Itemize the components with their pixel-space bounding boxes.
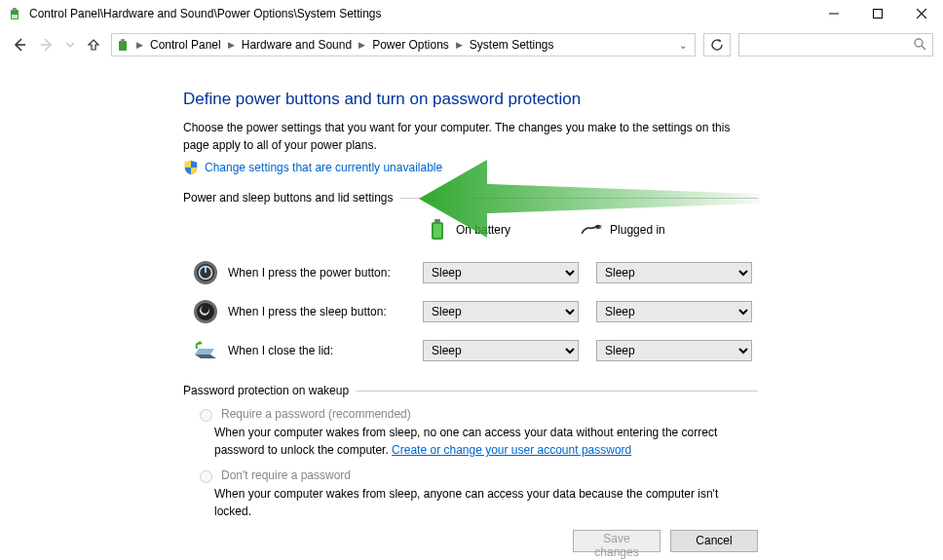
address-dropdown-icon[interactable]: ⌄ — [675, 40, 691, 51]
nav-bar: ▶ Control Panel ▶ Hardware and Sound ▶ P… — [0, 27, 943, 62]
refresh-button[interactable] — [703, 33, 731, 56]
search-icon — [913, 37, 926, 54]
column-headers: On battery Plugged in — [427, 214, 758, 245]
sleep-button-icon — [191, 297, 220, 326]
up-button[interactable] — [84, 35, 103, 55]
svg-rect-13 — [434, 219, 440, 222]
setting-row-sleep-button: When I press the sleep button: Sleep Sle… — [183, 292, 758, 331]
chevron-right-icon[interactable]: ▶ — [358, 40, 366, 50]
close-button[interactable] — [899, 0, 943, 27]
sleep-button-plugged-select[interactable]: Sleep — [596, 301, 752, 322]
close-lid-battery-select[interactable]: Sleep — [423, 340, 579, 361]
save-changes-button: Save changes — [573, 530, 660, 552]
chevron-right-icon[interactable]: ▶ — [455, 40, 464, 50]
setting-row-close-lid: When I close the lid: Sleep Sleep — [183, 331, 758, 370]
close-lid-plugged-select[interactable]: Sleep — [596, 340, 752, 361]
svg-point-24 — [197, 303, 214, 320]
chevron-right-icon[interactable]: ▶ — [135, 40, 144, 50]
radio-require-description: When your computer wakes from sleep, no … — [214, 424, 758, 459]
breadcrumb-item[interactable]: Hardware and Sound — [238, 38, 356, 52]
sleep-button-battery-select[interactable]: Sleep — [423, 301, 579, 322]
footer: Save changes Cancel — [0, 521, 943, 560]
svg-marker-26 — [195, 349, 214, 355]
back-button[interactable] — [10, 35, 29, 55]
content-area: Define power buttons and turn on passwor… — [0, 62, 943, 521]
change-settings-link[interactable]: Change settings that are currently unava… — [205, 161, 442, 174]
battery-icon — [427, 219, 448, 241]
laptop-lid-icon — [191, 336, 220, 365]
svg-rect-2 — [12, 15, 18, 19]
setting-row-power-button: When I press the power button: Sleep Sle… — [183, 253, 758, 292]
create-password-link[interactable]: Create or change your user account passw… — [392, 443, 631, 457]
breadcrumb-item[interactable]: Control Panel — [146, 38, 225, 52]
svg-rect-1 — [13, 8, 17, 11]
title-bar: Control Panel\Hardware and Sound\Power O… — [0, 0, 943, 27]
search-input[interactable] — [738, 33, 933, 56]
power-plan-icon — [8, 6, 23, 21]
chevron-right-icon[interactable]: ▶ — [227, 40, 236, 50]
power-button-plugged-select[interactable]: Sleep — [596, 262, 752, 283]
power-button-battery-select[interactable]: Sleep — [423, 262, 579, 283]
power-button-icon — [191, 258, 220, 287]
power-plan-icon — [116, 37, 132, 53]
group-power-sleep-header: Power and sleep buttons and lid settings — [183, 191, 758, 205]
svg-point-11 — [915, 39, 923, 47]
page-description: Choose the power settings that you want … — [183, 119, 758, 154]
change-settings-row: Change settings that are currently unava… — [183, 160, 758, 175]
maximize-button[interactable] — [855, 0, 899, 27]
radio-dont-description: When your computer wakes from sleep, any… — [214, 485, 758, 520]
breadcrumb-item[interactable]: Power Options — [368, 38, 453, 52]
forward-button[interactable] — [37, 35, 57, 55]
plugged-in-column: Plugged in — [581, 219, 665, 241]
radio-require-password: Require a password (recommended) — [195, 407, 758, 422]
address-bar[interactable]: ▶ Control Panel ▶ Hardware and Sound ▶ P… — [111, 33, 696, 56]
radio-dont-require-input — [200, 470, 212, 483]
minimize-button[interactable] — [811, 0, 855, 27]
on-battery-column: On battery — [427, 219, 510, 241]
svg-rect-4 — [873, 10, 882, 19]
radio-dont-require-password: Don't require a password — [195, 468, 758, 483]
plug-icon — [581, 219, 602, 241]
svg-line-12 — [922, 46, 925, 50]
svg-marker-25 — [195, 355, 216, 358]
window-title: Control Panel\Hardware and Sound\Power O… — [29, 7, 382, 20]
svg-rect-9 — [119, 41, 127, 51]
recent-dropdown-icon[interactable] — [64, 35, 76, 55]
cancel-button[interactable]: Cancel — [670, 530, 758, 552]
shield-icon — [183, 160, 199, 175]
svg-rect-10 — [121, 39, 125, 42]
breadcrumb-item[interactable]: System Settings — [466, 38, 558, 52]
page-title: Define power buttons and turn on passwor… — [183, 90, 758, 109]
svg-rect-15 — [434, 224, 441, 238]
group-password-header: Password protection on wakeup — [183, 384, 758, 397]
radio-require-password-input — [200, 409, 212, 422]
